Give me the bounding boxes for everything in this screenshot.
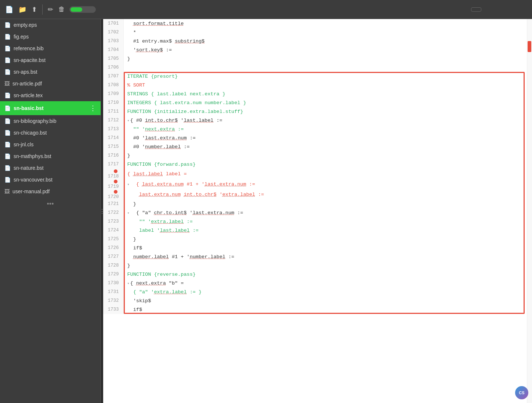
line-number-1717: 1717 <box>103 160 123 169</box>
fold-arrow-1730[interactable]: ▾ <box>127 282 130 286</box>
code-line-1709: 1709STRINGS { last.label next.extra } <box>103 89 532 98</box>
sidebar-item-sn-mathphys-bst[interactable]: 📄sn-mathphys.bst <box>0 150 101 162</box>
format-select[interactable] <box>471 7 481 12</box>
line-content-1733[interactable]: if$ <box>123 305 532 314</box>
line-content-1721[interactable]: } <box>123 199 532 208</box>
line-content-1728[interactable]: } <box>123 261 532 270</box>
line-content-1722[interactable]: ▾ { "a" chr.to.int$ 'last.extra.num := <box>123 208 532 217</box>
line-content-1711[interactable]: FUNCTION {initialize.extra.label.stuff} <box>123 107 532 116</box>
new-file-button[interactable]: 📄 <box>4 4 15 15</box>
code-line-1708: 1708% SORT <box>103 81 532 89</box>
fold-arrow-1722[interactable]: ▾ <box>127 211 130 215</box>
sidebar-footer[interactable]: ••• <box>0 197 101 211</box>
line-content-1718[interactable]: { last.label label = <box>123 169 532 179</box>
line-content-1723[interactable]: "" 'extra.label := <box>123 217 532 226</box>
sidebar-item-user-manual-pdf[interactable]: 🖼user-manual.pdf <box>0 186 101 197</box>
line-number-1720: 1720 <box>103 189 123 199</box>
code-container[interactable]: 1701 sort.format.title1702 *1703 #1 entr… <box>103 19 532 403</box>
line-number-1730: 1730 <box>103 279 123 287</box>
line-content-1732[interactable]: 'skip$ <box>123 296 532 305</box>
code-line-1729: 1729FUNCTION {reverse.pass} <box>103 270 532 279</box>
sidebar-item-sn-aps-bst[interactable]: 📄sn-aps.bst <box>0 66 101 78</box>
italic-button[interactable] <box>492 8 497 11</box>
main-area: 📄empty.eps📄fig.eps📄reference.bib📄sn-apac… <box>0 19 532 403</box>
line-content-1710[interactable]: INTEGERS { last.extra.num number.label } <box>123 98 532 107</box>
sidebar-item-label-sn-apacite-bst: sn-apacite.bst <box>14 57 96 63</box>
toolbar: 📄 📁 ⬆ ✏ 🗑 <box>0 0 532 19</box>
delete-button[interactable]: 🗑 <box>57 4 66 15</box>
line-number-1716: 1716 <box>103 151 123 160</box>
line-content-1702[interactable]: * <box>123 28 532 37</box>
visual-editor-tab[interactable] <box>83 7 95 12</box>
fold-arrow-1712[interactable]: ▾ <box>127 119 130 123</box>
line-content-1712[interactable]: ▾{ #0 int.to.chr$ 'last.label := <box>123 116 532 125</box>
more-button[interactable] <box>514 8 520 11</box>
line-content-1724[interactable]: label 'last.label := <box>123 226 532 235</box>
line-number-1727: 1727 <box>103 252 123 261</box>
sidebar-item-sn-article-tex[interactable]: 📄sn-article.tex <box>0 89 101 101</box>
bold-button[interactable] <box>484 8 490 11</box>
line-content-1714[interactable]: #0 'last.extra.num := <box>123 133 532 142</box>
line-number-1718: 1718 <box>103 169 123 179</box>
line-content-1719[interactable]: ▾ { last.extra.num #1 + 'last.extra.num … <box>123 179 532 189</box>
right-scroll-indicator[interactable] <box>527 19 532 403</box>
file-icon-sn-basic-bst: 📄 <box>4 105 11 111</box>
format-actions <box>484 8 520 11</box>
line-content-1717[interactable]: FUNCTION {forward.pass} <box>123 160 532 169</box>
code-line-1716: 1716} <box>103 151 532 160</box>
line-number-1722: 1722 <box>103 208 123 217</box>
line-content-1726[interactable]: if$ <box>123 243 532 252</box>
search-button[interactable] <box>522 8 528 11</box>
line-content-1709[interactable]: STRINGS { last.label next.extra } <box>123 89 532 98</box>
line-number-1703: 1703 <box>103 37 123 45</box>
sidebar-item-sn-chicago-bst[interactable]: 📄sn-chicago.bst <box>0 127 101 139</box>
sidebar-item-reference-bib[interactable]: 📄reference.bib <box>0 43 101 54</box>
line-content-1705[interactable]: } <box>123 54 532 63</box>
code-editor-tab[interactable] <box>70 7 82 12</box>
line-number-1715: 1715 <box>103 142 123 151</box>
sidebar-item-sn-jnl-cls[interactable]: 📄sn-jnl.cls <box>0 139 101 150</box>
sidebar-item-sn-vancouver-bst[interactable]: 📄sn-vancouver.bst <box>0 174 101 186</box>
line-content-1703[interactable]: #1 entry.max$ substring$ <box>123 37 532 45</box>
sidebar-item-fig-eps[interactable]: 📄fig.eps <box>0 31 101 43</box>
sidebar-item-menu-sn-basic-bst[interactable]: ⋮ <box>90 104 96 112</box>
sidebar-item-sn-bibliography-bib[interactable]: 📄sn-bibliography.bib <box>0 115 101 127</box>
redo-button[interactable] <box>464 8 468 11</box>
open-folder-button[interactable]: 📁 <box>17 4 28 15</box>
line-content-1727[interactable]: number.label #1 + 'number.label := <box>123 252 532 261</box>
sidebar-item-sn-nature-bst[interactable]: 📄sn-nature.bst <box>0 162 101 174</box>
code-line-1721: 1721 } <box>103 199 532 208</box>
error-dot-1720 <box>114 190 117 194</box>
line-content-1730[interactable]: ▾{ next.extra "b" = <box>123 279 532 287</box>
line-content-1729[interactable]: FUNCTION {reverse.pass} <box>123 270 532 279</box>
line-content-1715[interactable]: #0 'number.label := <box>123 142 532 151</box>
code-line-1717: 1717FUNCTION {forward.pass} <box>103 160 532 169</box>
line-content-1725[interactable]: } <box>123 235 532 243</box>
sidebar-item-sn-apacite-bst[interactable]: 📄sn-apacite.bst <box>0 54 101 66</box>
line-content-1701[interactable]: sort.format.title <box>123 19 532 28</box>
sidebar-item-empty-eps[interactable]: 📄empty.eps <box>0 19 101 31</box>
upload-button[interactable]: ⬆ <box>30 4 39 15</box>
line-content-1713[interactable]: "" 'next.extra := <box>123 125 532 133</box>
omega-button[interactable] <box>506 8 512 11</box>
code-line-1726: 1726 if$ <box>103 243 532 252</box>
sidebar-item-label-sn-basic-bst: sn-basic.bst <box>14 105 87 111</box>
line-content-1716[interactable]: } <box>123 151 532 160</box>
edit-button[interactable]: ✏ <box>46 4 55 15</box>
line-content-1706[interactable] <box>123 63 532 72</box>
line-number-1702: 1702 <box>103 28 123 37</box>
line-number-1707: 1707 <box>103 72 123 81</box>
line-content-1720[interactable]: last.extra.num int.to.chr$ 'extra.label … <box>123 189 532 199</box>
sidebar-item-sn-basic-bst[interactable]: 📄sn-basic.bst⋮ <box>0 101 101 115</box>
line-content-1731[interactable]: { "a" 'extra.label := } <box>123 287 532 296</box>
line-number-1711: 1711 <box>103 107 123 116</box>
user-avatar[interactable]: CS <box>515 386 528 399</box>
fold-arrow-1719[interactable]: ▾ <box>127 183 130 187</box>
line-number-1731: 1731 <box>103 287 123 296</box>
table-button[interactable] <box>499 8 505 11</box>
line-content-1708[interactable]: % SORT <box>123 81 532 89</box>
line-content-1704[interactable]: 'sort.key$ := <box>123 45 532 54</box>
sidebar-item-sn-article-pdf[interactable]: 🖼sn-article.pdf <box>0 78 101 89</box>
line-content-1707[interactable]: ITERATE {presort} <box>123 72 532 81</box>
undo-button[interactable] <box>457 8 462 11</box>
